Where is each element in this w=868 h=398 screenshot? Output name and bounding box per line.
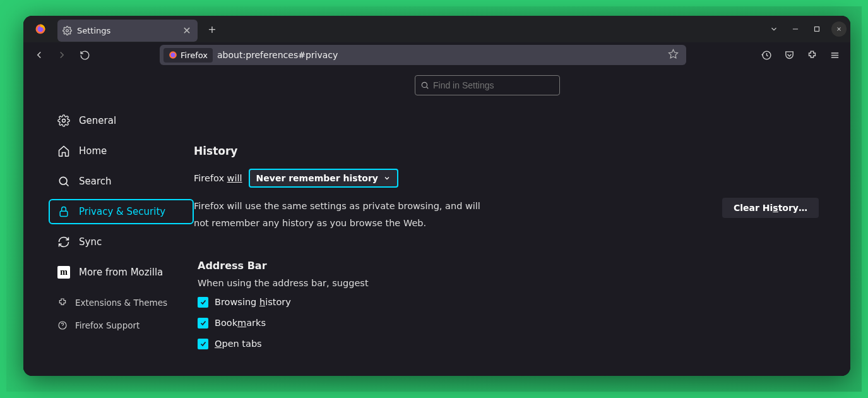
sync-icon xyxy=(57,236,70,248)
chevron-down-icon xyxy=(383,174,391,182)
app-menu-icon[interactable] xyxy=(824,45,845,65)
search-icon xyxy=(57,175,70,188)
identity-badge[interactable]: Firefox xyxy=(163,48,213,63)
suggest-bookmarks-checkbox-row[interactable]: Bookmarks xyxy=(198,318,825,329)
home-icon xyxy=(57,145,70,157)
close-window-button[interactable] xyxy=(831,21,847,37)
sidebar-item-privacy[interactable]: Privacy & Security xyxy=(49,199,194,224)
svg-point-16 xyxy=(62,119,66,123)
minimize-button[interactable] xyxy=(786,20,805,39)
sidebar-item-general[interactable]: General xyxy=(49,108,194,133)
sidebar-item-sync[interactable]: Sync xyxy=(49,229,194,255)
svg-point-2 xyxy=(66,29,69,32)
search-icon xyxy=(420,81,429,90)
address-bar-heading: Address Bar xyxy=(198,260,825,272)
pocket-icon[interactable] xyxy=(778,45,800,65)
svg-point-8 xyxy=(171,53,175,57)
svg-rect-4 xyxy=(815,27,819,32)
svg-point-14 xyxy=(422,82,427,87)
puzzle-icon xyxy=(57,298,68,308)
svg-marker-9 xyxy=(669,49,677,57)
back-button[interactable] xyxy=(28,45,50,65)
tab-title: Settings xyxy=(77,26,176,35)
reload-button[interactable] xyxy=(74,45,95,65)
lock-icon xyxy=(57,205,70,218)
history-mode-row: Firefox will Never remember history xyxy=(194,169,825,188)
close-tab-icon[interactable]: ✕ xyxy=(181,25,193,37)
forward-button[interactable] xyxy=(51,45,73,65)
svg-line-18 xyxy=(66,184,69,186)
list-tabs-button[interactable] xyxy=(764,20,783,39)
suggest-history-checkbox-row[interactable]: Browsing history xyxy=(198,297,825,308)
browser-window: Settings ✕ + Firefox about:preferences#p… xyxy=(23,16,850,376)
settings-main: History Firefox will Never remember hist… xyxy=(194,108,850,376)
sidebar-item-search[interactable]: Search xyxy=(49,169,194,194)
checkbox-checked-icon[interactable] xyxy=(198,297,208,308)
extensions-icon[interactable] xyxy=(801,45,823,65)
sidebar-item-home[interactable]: Home xyxy=(49,138,194,164)
browser-tab[interactable]: Settings ✕ xyxy=(57,20,198,42)
bookmark-star-icon[interactable] xyxy=(663,49,682,62)
maximize-button[interactable] xyxy=(807,20,826,39)
firefox-app-icon xyxy=(23,23,57,35)
mozilla-logo-icon: m xyxy=(57,266,70,279)
history-description: Firefox will use the same settings as pr… xyxy=(194,198,484,232)
sidebar-support-link[interactable]: Firefox Support xyxy=(49,315,194,335)
nav-toolbar: Firefox about:preferences#privacy xyxy=(23,42,850,68)
svg-line-15 xyxy=(427,87,429,89)
address-bar-description: When using the address bar, suggest xyxy=(198,278,825,288)
page-content: General Home Search Privacy & Security S… xyxy=(23,68,850,376)
history-heading: History xyxy=(194,145,825,157)
svg-rect-19 xyxy=(60,211,68,216)
sidebar-extensions-link[interactable]: Extensions & Themes xyxy=(49,292,194,313)
settings-search-input[interactable] xyxy=(415,75,560,95)
suggest-opentabs-checkbox-row[interactable]: Open tabs xyxy=(198,339,825,349)
svg-point-17 xyxy=(59,177,67,184)
history-icon[interactable] xyxy=(756,45,777,65)
url-text: about:preferences#privacy xyxy=(217,50,663,60)
gear-icon xyxy=(57,114,70,127)
help-icon xyxy=(57,320,68,330)
checkbox-checked-icon[interactable] xyxy=(198,318,208,329)
titlebar: Settings ✕ + xyxy=(23,16,850,42)
gear-icon xyxy=(62,26,72,35)
checkbox-checked-icon[interactable] xyxy=(198,339,208,349)
url-bar[interactable]: Firefox about:preferences#privacy xyxy=(160,45,686,65)
new-tab-button[interactable]: + xyxy=(203,23,222,35)
sidebar-item-more[interactable]: m More from Mozilla xyxy=(49,260,194,285)
settings-sidebar: General Home Search Privacy & Security S… xyxy=(23,108,194,376)
history-mode-dropdown[interactable]: Never remember history xyxy=(249,169,398,188)
clear-history-button[interactable]: Clear History… xyxy=(722,198,819,218)
